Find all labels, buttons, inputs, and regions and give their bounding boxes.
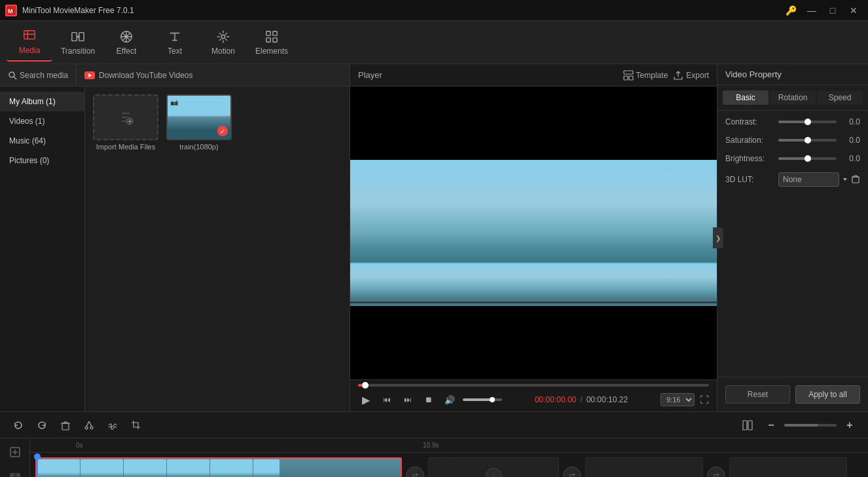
lut-row: 3D LUT: None xyxy=(725,172,860,187)
search-media-button[interactable]: Search media xyxy=(0,64,77,86)
svg-rect-2 xyxy=(24,30,35,39)
key-icon[interactable]: 🔑 xyxy=(782,1,800,20)
timeline-content: 0s 10.9s xyxy=(30,438,868,477)
empty-slot-3[interactable] xyxy=(729,457,847,478)
cut-button[interactable] xyxy=(79,415,99,436)
timeline-ruler: 0s 10.9s xyxy=(30,438,868,453)
main-area: Search media Download YouTube Videos My … xyxy=(0,64,868,411)
contrast-slider[interactable] xyxy=(778,121,837,123)
app-icon: M xyxy=(5,5,17,16)
nav-videos[interactable]: Videos (1) xyxy=(0,111,84,131)
svg-rect-10 xyxy=(273,37,277,41)
lut-delete-button[interactable] xyxy=(851,174,860,185)
undo-button[interactable] xyxy=(8,415,29,436)
insert-icon-1: ↓ xyxy=(486,468,501,478)
search-label: Search media xyxy=(20,71,68,80)
toolbar-motion-label: Motion xyxy=(211,47,235,56)
split-view-button[interactable] xyxy=(737,415,758,436)
edit-tools xyxy=(8,415,147,436)
nav-music[interactable]: Music (64) xyxy=(0,131,84,151)
empty-slot-2[interactable] xyxy=(585,457,703,478)
brightness-value: 0.0 xyxy=(841,154,860,163)
tab-speed[interactable]: Speed xyxy=(817,90,863,105)
contrast-label: Contrast: xyxy=(725,117,774,126)
apply-to-all-button[interactable]: Apply to all xyxy=(795,385,860,404)
lut-select[interactable]: None xyxy=(778,172,839,187)
playhead[interactable] xyxy=(37,456,38,478)
fullscreen-button[interactable]: ⛶ xyxy=(700,394,709,405)
train-label: train(1080p) xyxy=(179,143,218,151)
nav-pictures[interactable]: Pictures (0) xyxy=(0,151,84,170)
transition-btn-3[interactable]: ⇄ xyxy=(707,467,725,478)
volume-slider[interactable] xyxy=(463,398,502,401)
time-current: 00:00:00.00 xyxy=(535,395,576,404)
svg-rect-8 xyxy=(273,31,277,35)
app-title: MiniTool MovieMaker Free 7.0.1 xyxy=(22,6,134,15)
saturation-handle xyxy=(805,137,811,143)
brightness-slider-container xyxy=(778,157,837,160)
tab-rotation[interactable]: Rotation xyxy=(770,90,816,105)
toolbar-elements[interactable]: Elements xyxy=(249,24,295,62)
download-youtube-button[interactable]: Download YouTube Videos xyxy=(77,64,200,86)
collapse-panel-button[interactable]: ❯ xyxy=(713,227,723,248)
frame-2 xyxy=(81,459,123,478)
import-media-card[interactable]: + Import Media Files xyxy=(93,94,158,151)
trash-icon xyxy=(851,174,860,183)
svg-point-6 xyxy=(221,35,225,39)
export-button[interactable]: Export xyxy=(673,70,709,81)
volume-button[interactable]: 🔊 xyxy=(442,392,458,408)
close-button[interactable]: ✕ xyxy=(844,1,863,20)
video-clip[interactable] xyxy=(35,457,402,478)
toolbar-transition[interactable]: Transition xyxy=(55,24,101,62)
toolbar-effect[interactable]: Effect xyxy=(103,24,149,62)
prev-button[interactable]: ⏮ xyxy=(379,392,395,408)
toolbar-effect-label: Effect xyxy=(117,47,136,56)
stop-button[interactable]: ⏹ xyxy=(421,392,437,408)
template-button[interactable]: Template xyxy=(623,70,668,81)
crop-button[interactable] xyxy=(126,415,147,436)
svg-rect-7 xyxy=(266,31,270,35)
maximize-button[interactable]: □ xyxy=(823,1,842,20)
reset-button[interactable]: Reset xyxy=(725,385,790,404)
video-track-button[interactable] xyxy=(5,467,25,477)
video-track-area: ⇄ ↓ ⇄ ⇄ xyxy=(35,456,863,478)
transition-btn-1[interactable]: ⇄ xyxy=(406,467,424,478)
svg-text:M: M xyxy=(8,8,13,14)
timeline-tracks: ⇄ ↓ ⇄ ⇄ + xyxy=(30,453,868,477)
progress-fill xyxy=(358,384,365,387)
add-media-button[interactable] xyxy=(5,442,25,462)
player-panel: Player Template Export xyxy=(350,64,717,411)
camera-icon: 📷 xyxy=(170,98,178,105)
zoom-fill xyxy=(784,424,818,427)
toolbar-media[interactable]: Media xyxy=(7,24,52,62)
saturation-slider[interactable] xyxy=(778,139,837,142)
toolbar-text[interactable]: Text xyxy=(152,24,198,62)
transition-btn-2[interactable]: ⇄ xyxy=(563,467,581,478)
frame-4 xyxy=(167,459,209,478)
delete-button[interactable] xyxy=(55,415,76,436)
time-display: 00:00:00.00 / 00:00:10.22 xyxy=(535,395,628,404)
zoom-slider[interactable] xyxy=(784,424,837,427)
player-title: Player xyxy=(358,70,382,80)
aspect-ratio-select[interactable]: 9:16 16:9 1:1 4:3 xyxy=(660,393,695,406)
zoom-out-button[interactable]: − xyxy=(761,415,782,436)
controls-left: ▶ ⏮ ⏭ ⏹ 🔊 xyxy=(358,392,502,408)
minimize-button[interactable]: — xyxy=(803,1,821,20)
toolbar-motion[interactable]: Motion xyxy=(200,24,246,62)
titlebar: M MiniTool MovieMaker Free 7.0.1 🔑 — □ ✕ xyxy=(0,0,868,21)
svg-rect-18 xyxy=(624,71,633,74)
next-button[interactable]: ⏭ xyxy=(400,392,416,408)
svg-rect-20 xyxy=(629,76,633,80)
tab-basic[interactable]: Basic xyxy=(723,90,769,105)
audio-edit-button[interactable] xyxy=(102,415,123,436)
zoom-in-button[interactable]: + xyxy=(839,415,860,436)
property-header: Video Property xyxy=(717,64,868,85)
brightness-slider[interactable] xyxy=(778,157,837,160)
nav-my-album[interactable]: My Album (1) xyxy=(0,92,84,111)
train-video-card[interactable]: 📷 ✓ train(1080p) xyxy=(166,94,232,151)
progress-bar[interactable] xyxy=(358,384,709,387)
redo-button[interactable] xyxy=(31,415,52,436)
empty-slot-1[interactable]: ↓ xyxy=(428,457,559,478)
play-button[interactable]: ▶ xyxy=(358,392,374,408)
frame-5 xyxy=(210,459,253,478)
